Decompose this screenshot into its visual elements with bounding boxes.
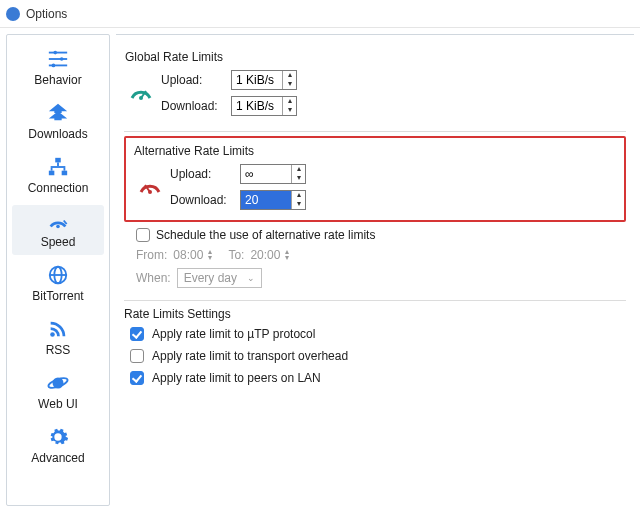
svg-rect-0 <box>49 52 67 54</box>
overhead-label: Apply rate limit to transport overhead <box>152 349 348 363</box>
settings-title: Rate Limits Settings <box>124 307 626 321</box>
gauge-green-icon <box>129 80 153 104</box>
sidebar-item-downloads[interactable]: Downloads <box>12 97 104 147</box>
schedule-checkbox[interactable] <box>136 228 150 242</box>
spin-down-icon[interactable]: ▾ <box>283 80 296 89</box>
svg-rect-6 <box>55 158 61 163</box>
sidebar-item-webui[interactable]: Web UI <box>12 367 104 417</box>
network-icon <box>44 155 72 179</box>
titlebar: Options <box>0 0 640 28</box>
gauge-red-icon <box>138 174 162 198</box>
alt-title: Alternative Rate Limits <box>134 144 616 158</box>
when-value: Every day <box>184 271 237 285</box>
svg-rect-9 <box>57 162 59 166</box>
svg-point-13 <box>56 225 60 229</box>
svg-rect-10 <box>51 166 66 168</box>
sidebar-item-label: Speed <box>41 235 76 249</box>
svg-rect-7 <box>49 171 55 176</box>
sidebar-item-connection[interactable]: Connection <box>12 151 104 201</box>
planet-icon <box>44 371 72 395</box>
app-icon <box>6 7 20 21</box>
when-label: When: <box>136 271 171 285</box>
from-time-spinbox[interactable]: 08:00 ▴▾ <box>173 248 212 262</box>
alt-upload-spinbox[interactable]: ▴▾ <box>240 164 306 184</box>
alt-upload-label: Upload: <box>170 167 232 181</box>
sliders-icon <box>44 47 72 71</box>
sidebar-item-label: BitTorrent <box>32 289 83 303</box>
global-download-spinbox[interactable]: ▴▾ <box>231 96 297 116</box>
spin-down-icon[interactable]: ▾ <box>292 200 305 209</box>
sidebar-item-label: Behavior <box>34 73 81 87</box>
sidebar-item-label: RSS <box>46 343 71 357</box>
sidebar-item-label: Connection <box>28 181 89 195</box>
global-download-value[interactable] <box>232 97 282 115</box>
svg-rect-2 <box>49 58 67 60</box>
utp-label: Apply rate limit to µTP protocol <box>152 327 315 341</box>
sidebar-item-speed[interactable]: Speed <box>12 205 104 255</box>
category-sidebar: Behavior Downloads Connection Speed <box>6 34 110 506</box>
sidebar-item-advanced[interactable]: Advanced <box>12 421 104 471</box>
gear-icon <box>44 425 72 449</box>
spin-down-icon[interactable]: ▾ <box>292 174 305 183</box>
chevron-down-icon: ⌄ <box>247 273 255 283</box>
overhead-checkbox[interactable] <box>130 349 144 363</box>
globe-icon <box>44 263 72 287</box>
window-title: Options <box>26 7 67 21</box>
spin-down-icon[interactable]: ▾ <box>283 106 296 115</box>
alt-download-label: Download: <box>170 193 232 207</box>
when-select[interactable]: Every day ⌄ <box>177 268 262 288</box>
schedule-label: Schedule the use of alternative rate lim… <box>156 228 375 242</box>
sidebar-item-bittorrent[interactable]: BitTorrent <box>12 259 104 309</box>
svg-rect-12 <box>64 168 66 171</box>
alt-download-value[interactable] <box>241 191 291 209</box>
to-label: To: <box>228 248 244 262</box>
svg-point-18 <box>50 332 55 337</box>
sidebar-item-behavior[interactable]: Behavior <box>12 43 104 93</box>
sidebar-item-label: Downloads <box>28 127 87 141</box>
lan-label: Apply rate limit to peers on LAN <box>152 371 321 385</box>
speed-panel: Global Rate Limits Upload: ▴▾ <box>116 34 634 506</box>
global-upload-label: Upload: <box>161 73 223 87</box>
global-upload-spinbox[interactable]: ▴▾ <box>231 70 297 90</box>
to-value: 20:00 <box>250 248 280 262</box>
rss-icon <box>44 317 72 341</box>
global-upload-value[interactable] <box>232 71 282 89</box>
downloads-icon <box>44 101 72 125</box>
alt-upload-value[interactable] <box>241 165 291 183</box>
sidebar-item-label: Web UI <box>38 397 78 411</box>
sidebar-item-rss[interactable]: RSS <box>12 313 104 363</box>
svg-point-1 <box>53 51 57 55</box>
svg-point-3 <box>60 57 64 61</box>
sidebar-item-label: Advanced <box>31 451 84 465</box>
from-label: From: <box>136 248 167 262</box>
lan-checkbox[interactable] <box>130 371 144 385</box>
global-download-label: Download: <box>161 99 223 113</box>
from-value: 08:00 <box>173 248 203 262</box>
svg-rect-11 <box>51 168 53 171</box>
to-time-spinbox[interactable]: 20:00 ▴▾ <box>250 248 289 262</box>
svg-point-5 <box>52 64 56 68</box>
gauge-icon <box>44 209 72 233</box>
alt-download-spinbox[interactable]: ▴▾ <box>240 190 306 210</box>
svg-rect-4 <box>49 65 67 67</box>
svg-rect-8 <box>62 171 68 176</box>
alternative-rate-limits-section: Alternative Rate Limits Upload: ▴▾ <box>124 136 626 222</box>
utp-checkbox[interactable] <box>130 327 144 341</box>
global-title: Global Rate Limits <box>125 50 625 64</box>
